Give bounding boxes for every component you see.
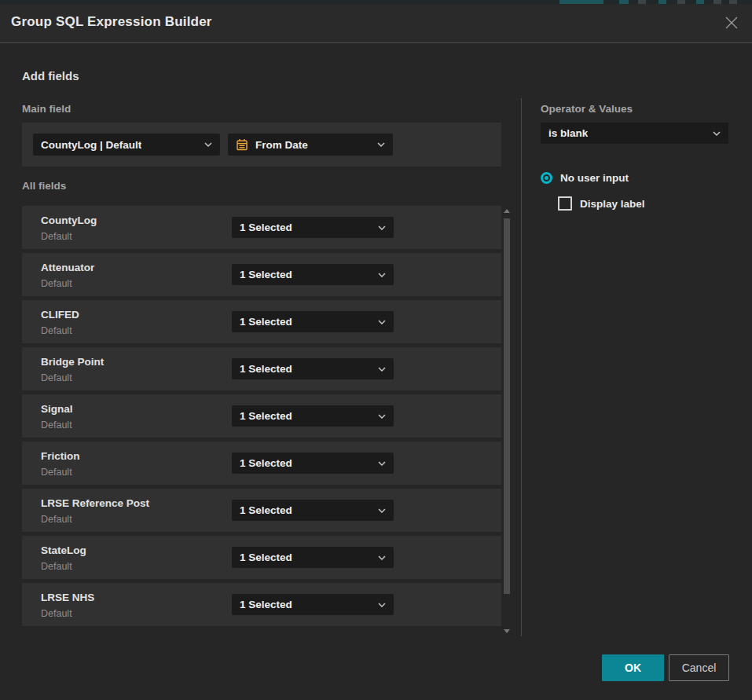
field-selection-dropdown[interactable]: 1 Selected xyxy=(232,547,394,568)
field-selection-dropdown[interactable]: 1 Selected xyxy=(232,264,394,285)
field-name: LRSE Reference Post xyxy=(41,497,149,509)
operator-values-heading: Operator & Values xyxy=(541,103,633,115)
field-subtitle: Default xyxy=(41,231,72,242)
main-field-select-value: From Date xyxy=(255,139,308,151)
panel-divider xyxy=(521,98,522,636)
field-subtitle: Default xyxy=(41,278,72,289)
field-subtitle: Default xyxy=(41,467,72,478)
field-selection-dropdown[interactable]: 1 Selected xyxy=(232,405,394,427)
ok-button[interactable]: OK xyxy=(602,654,664,681)
layer-select-value: CountyLog | Default xyxy=(41,139,141,151)
field-name: CountyLog xyxy=(41,214,97,226)
radio-label: No user input xyxy=(560,172,629,184)
main-field-panel: CountyLog | Default From Date xyxy=(22,123,501,167)
checkbox-unchecked-icon xyxy=(558,196,572,211)
field-subtitle: Default xyxy=(41,420,72,431)
field-row: AttenuatorDefault1 Selected xyxy=(22,253,501,296)
calendar-icon xyxy=(236,138,248,151)
operator-select-dropdown[interactable]: is blank xyxy=(541,123,728,144)
scroll-down-arrow-icon[interactable] xyxy=(504,629,510,633)
close-button[interactable] xyxy=(722,13,741,32)
field-selection-value: 1 Selected xyxy=(240,410,292,422)
field-name: LRSE NHS xyxy=(41,592,94,603)
field-row: SignalDefault1 Selected xyxy=(22,394,501,438)
layer-select-dropdown[interactable]: CountyLog | Default xyxy=(33,134,220,156)
field-subtitle: Default xyxy=(41,514,72,525)
dialog-title: Group SQL Expression Builder xyxy=(11,14,212,30)
chevron-down-icon xyxy=(377,142,385,147)
field-selection-value: 1 Selected xyxy=(240,504,292,516)
cancel-button[interactable]: Cancel xyxy=(669,654,729,681)
chevron-down-icon xyxy=(204,142,212,147)
chevron-down-icon xyxy=(378,461,386,466)
operator-select-value: is blank xyxy=(548,127,588,139)
group-sql-expression-builder-dialog: Group SQL Expression Builder Add fields … xyxy=(0,4,752,700)
field-row: LRSE NHSDefault1 Selected xyxy=(22,583,501,626)
field-selection-value: 1 Selected xyxy=(240,599,292,610)
chevron-down-icon xyxy=(378,603,386,607)
add-fields-heading: Add fields xyxy=(22,69,79,82)
chevron-down-icon xyxy=(713,131,721,136)
field-name: Friction xyxy=(41,450,80,462)
field-selection-dropdown[interactable]: 1 Selected xyxy=(232,453,394,474)
field-row: LRSE Reference PostDefault1 Selected xyxy=(22,489,501,532)
screen: Group SQL Expression Builder Add fields … xyxy=(0,0,752,700)
list-scrollbar[interactable] xyxy=(502,203,512,636)
field-selection-dropdown[interactable]: 1 Selected xyxy=(232,500,394,521)
radio-selected-icon xyxy=(541,172,552,184)
field-selection-value: 1 Selected xyxy=(240,457,292,469)
chevron-down-icon xyxy=(378,273,386,277)
field-subtitle: Default xyxy=(41,372,72,383)
field-row: CLIFEDDefault1 Selected xyxy=(22,300,501,343)
field-name: Attenuator xyxy=(41,262,94,273)
all-fields-list: CountyLogDefault1 SelectedAttenuatorDefa… xyxy=(22,206,501,630)
field-row: FrictionDefault1 Selected xyxy=(22,442,501,485)
field-subtitle: Default xyxy=(41,325,72,336)
checkbox-label: Display label xyxy=(580,198,645,210)
field-selection-value: 1 Selected xyxy=(240,552,292,563)
chevron-down-icon xyxy=(378,555,386,560)
display-label-checkbox[interactable]: Display label xyxy=(558,196,645,211)
field-selection-dropdown[interactable]: 1 Selected xyxy=(232,594,394,615)
field-name: Bridge Point xyxy=(41,356,104,368)
field-selection-dropdown[interactable]: 1 Selected xyxy=(232,311,394,332)
field-name: StateLog xyxy=(41,544,86,556)
chevron-down-icon xyxy=(378,508,386,513)
all-fields-label: All fields xyxy=(22,180,66,192)
chevron-down-icon xyxy=(378,225,386,230)
no-user-input-radio[interactable]: No user input xyxy=(541,172,629,184)
chevron-down-icon xyxy=(378,367,386,372)
field-selection-value: 1 Selected xyxy=(240,316,292,328)
field-row: Bridge PointDefault1 Selected xyxy=(22,347,501,390)
scrollbar-thumb[interactable] xyxy=(504,218,510,594)
field-selection-value: 1 Selected xyxy=(240,222,292,233)
close-icon xyxy=(724,16,739,30)
field-row: StateLogDefault1 Selected xyxy=(22,536,501,579)
field-subtitle: Default xyxy=(41,608,72,619)
chevron-down-icon xyxy=(378,414,386,419)
field-selection-dropdown[interactable]: 1 Selected xyxy=(232,358,394,379)
field-selection-dropdown[interactable]: 1 Selected xyxy=(232,217,394,238)
field-subtitle: Default xyxy=(41,561,72,572)
field-name: Signal xyxy=(41,403,73,415)
field-selection-value: 1 Selected xyxy=(240,363,292,375)
field-row: CountyLogDefault1 Selected xyxy=(22,206,501,249)
chevron-down-icon xyxy=(378,320,386,324)
main-field-select-dropdown[interactable]: From Date xyxy=(228,134,393,156)
field-selection-value: 1 Selected xyxy=(240,269,292,280)
field-name: CLIFED xyxy=(41,309,79,321)
scroll-up-arrow-icon[interactable] xyxy=(504,209,510,213)
dialog-titlebar: Group SQL Expression Builder xyxy=(0,4,752,43)
main-field-label: Main field xyxy=(22,103,71,115)
